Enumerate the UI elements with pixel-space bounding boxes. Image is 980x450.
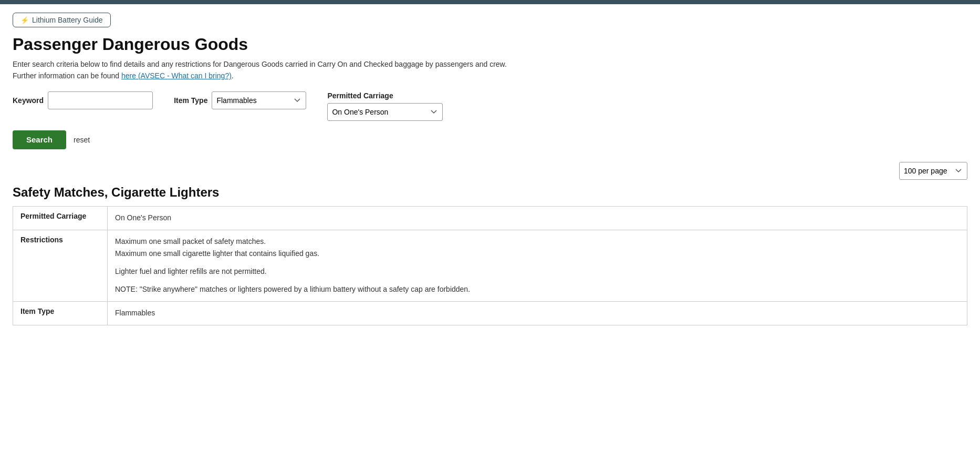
keyword-input[interactable] — [48, 91, 153, 109]
restriction-line: Lighter fuel and lighter refills are not… — [115, 265, 960, 278]
table-label-cell: Permitted Carriage — [13, 206, 108, 230]
permitted-carriage-select[interactable]: AllOn One's PersonCarry OnChecked Baggag… — [327, 103, 443, 121]
keyword-label: Keyword — [13, 96, 44, 105]
avsec-link[interactable]: here (AVSEC - What can I bring?) — [121, 71, 232, 80]
search-form: Keyword Item Type AllFlammablesExplosive… — [13, 91, 967, 121]
reset-button[interactable]: reset — [74, 136, 90, 144]
restriction-line: NOTE: "Strike anywhere" matches or light… — [115, 283, 960, 296]
table-label-cell: Restrictions — [13, 230, 108, 301]
keyword-group: Keyword — [13, 91, 153, 109]
table-label-cell: Item Type — [13, 301, 108, 325]
search-button[interactable]: Search — [13, 130, 66, 149]
table-row: Item TypeFlammables — [13, 301, 967, 325]
table-value-cell: On One's Person — [108, 206, 967, 230]
permitted-carriage-label: Permitted Carriage — [327, 91, 443, 100]
description-text-start: Enter search criteria below to find deta… — [13, 60, 507, 68]
result-title: Safety Matches, Cigarette Lighters — [13, 185, 967, 200]
item-type-group: Item Type AllFlammablesExplosivesGasesOx… — [174, 91, 306, 109]
restriction-line: Maximum one small packet of safety match… — [115, 236, 960, 248]
bolt-icon: ⚡ — [20, 16, 29, 24]
permitted-carriage-group: Permitted Carriage AllOn One's PersonCar… — [327, 91, 443, 121]
description-link-suffix: . — [232, 71, 234, 80]
page-description: Enter search criteria below to find deta… — [13, 58, 967, 82]
description-link-prefix: Further information can be found — [13, 71, 121, 80]
page-title: Passenger Dangerous Goods — [13, 35, 967, 54]
badge-label: Lithium Battery Guide — [32, 16, 103, 24]
table-value-cell: Flammables — [108, 301, 967, 325]
lithium-battery-guide-button[interactable]: ⚡ Lithium Battery Guide — [13, 13, 111, 27]
top-bar — [0, 0, 980, 4]
table-row: RestrictionsMaximum one small packet of … — [13, 230, 967, 301]
restriction-line: Maximum one small cigarette lighter that… — [115, 248, 960, 260]
item-type-select[interactable]: AllFlammablesExplosivesGasesOxidisersPoi… — [212, 91, 306, 109]
table-value-cell: Maximum one small packet of safety match… — [108, 230, 967, 301]
table-row: Permitted CarriageOn One's Person — [13, 206, 967, 230]
item-type-label: Item Type — [174, 96, 207, 105]
results-container: Safety Matches, Cigarette LightersPermit… — [13, 185, 967, 325]
per-page-select[interactable]: 10 per page25 per page50 per page100 per… — [899, 162, 967, 180]
result-table: Permitted CarriageOn One's PersonRestric… — [13, 206, 967, 325]
per-page-row: 10 per page25 per page50 per page100 per… — [13, 162, 967, 180]
actions-row: Search reset — [13, 130, 967, 149]
